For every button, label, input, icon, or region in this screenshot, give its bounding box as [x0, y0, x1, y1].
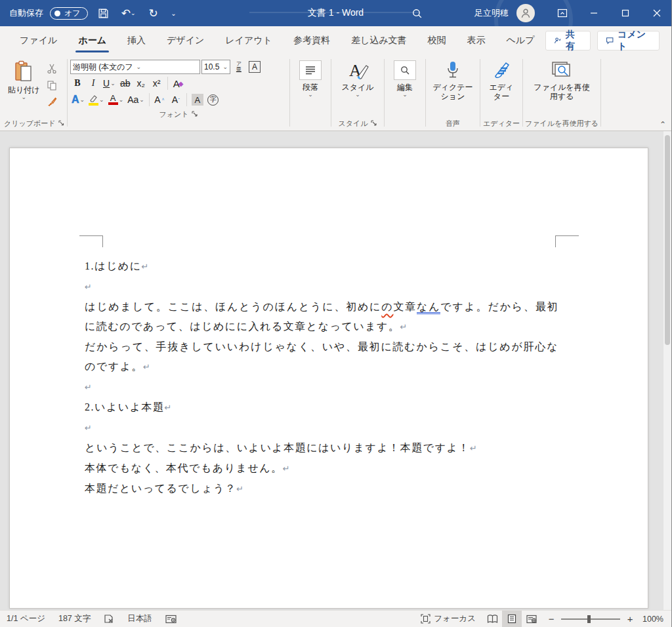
title-bar: 自動保存 オフ ↶⌄ ↻ ⌄ 文書 1 - Word 足立明穂	[0, 0, 671, 26]
font-color-button[interactable]: A⌄	[107, 92, 125, 107]
document-paragraph[interactable]: 1.はじめに↵	[85, 256, 558, 277]
document-paragraph[interactable]: だからって、手抜きしていいわけじゃなく、いや、最初に読むからこそ、はじめが肝心な…	[85, 337, 558, 377]
focus-mode-button[interactable]: フォーカス	[414, 611, 482, 627]
maximize-button[interactable]	[611, 0, 640, 26]
text-run: 文章	[393, 301, 417, 312]
editor-button[interactable]: エディター	[482, 58, 520, 104]
paste-icon	[14, 60, 33, 83]
share-button[interactable]: 共有	[545, 31, 591, 51]
strikethrough-button[interactable]: ab	[118, 76, 133, 91]
zoom-thumb[interactable]	[587, 615, 591, 623]
user-name[interactable]: 足立明穂	[474, 7, 509, 19]
tab-view[interactable]: 表示	[457, 26, 496, 55]
clear-formatting-button[interactable]: A◆	[171, 76, 186, 91]
minimize-button[interactable]	[579, 0, 608, 26]
change-case-button[interactable]: Aa⌄	[126, 92, 146, 107]
tab-file[interactable]: ファイル	[9, 26, 68, 55]
format-painter-icon[interactable]	[44, 94, 60, 109]
undo-icon[interactable]: ↶⌄	[119, 4, 138, 22]
autosave-toggle[interactable]: オフ	[50, 7, 88, 20]
close-button[interactable]	[642, 0, 671, 26]
subscript-button[interactable]: x₂	[134, 76, 148, 91]
zoom-track[interactable]	[561, 618, 620, 620]
document-paragraph[interactable]: ↵	[85, 377, 558, 397]
document-paragraph[interactable]: ↵	[85, 277, 558, 297]
proofing-status-icon[interactable]	[97, 611, 121, 627]
document-paragraph[interactable]: ということで、ここからは、いよいよ本題にはいりますよ！本題ですよ！↵	[85, 438, 558, 458]
phonetic-guide-button[interactable]: ア亜	[232, 60, 246, 74]
editing-button[interactable]: 編集 ⌄	[390, 58, 420, 100]
underline-button[interactable]: U⌄	[102, 76, 117, 91]
tab-help[interactable]: ヘルプ	[496, 26, 545, 55]
font-size-combobox[interactable]: 10.5⌄	[201, 60, 230, 74]
page-indicator[interactable]: 1/1 ページ	[0, 611, 52, 627]
styles-dialog-launcher-icon[interactable]	[371, 120, 377, 127]
paste-button[interactable]: 貼り付け ⌄	[4, 58, 44, 102]
character-shading-button[interactable]: A	[190, 92, 205, 107]
enclose-characters-button[interactable]: 字	[206, 92, 220, 107]
font-name-combobox[interactable]: 游明朝 (本文のフォント - 日本⌄	[70, 60, 200, 74]
highlight-color-button[interactable]: ⌄	[87, 92, 106, 107]
zoom-out-icon[interactable]: −	[547, 613, 556, 624]
tab-layout[interactable]: レイアウト	[215, 26, 283, 55]
microphone-icon	[446, 60, 460, 80]
grammar-underline: なん	[417, 301, 440, 314]
quick-access-more-icon[interactable]: ⌄	[169, 4, 178, 22]
zoom-in-icon[interactable]: +	[625, 613, 635, 624]
document-paragraph[interactable]: 本題だといってるでしょう？↵	[85, 479, 558, 499]
zoom-slider[interactable]: − +	[541, 613, 640, 624]
paragraph-mark: ↵	[470, 443, 477, 453]
document-paragraph[interactable]: はじめまして。ここは、ほんとうのほんとうに、初めにの文章なんですよ。だから、最初…	[85, 297, 558, 337]
print-layout-button[interactable]	[502, 611, 522, 627]
comments-button[interactable]: コメント	[597, 31, 660, 51]
superscript-button[interactable]: x²	[150, 76, 164, 91]
copy-icon[interactable]	[44, 78, 60, 92]
document-area: 1.はじめに↵↵はじめまして。ここは、ほんとうのほんとうに、初めにの文章なんです…	[0, 131, 671, 610]
font-dialog-launcher-icon[interactable]	[192, 111, 198, 117]
tab-design[interactable]: デザイン	[156, 26, 215, 55]
shrink-font-button[interactable]: Aˇ	[169, 92, 183, 107]
web-layout-button[interactable]	[522, 611, 541, 627]
tab-review[interactable]: 校閲	[417, 26, 457, 55]
scrollbar-thumb[interactable]	[665, 135, 670, 345]
text-run: 本体でもなく、本代でもありません。	[85, 462, 283, 474]
styles-button[interactable]: A スタイル ⌄	[337, 58, 377, 100]
cut-icon[interactable]	[44, 62, 60, 76]
document-page[interactable]: 1.はじめに↵↵はじめまして。ここは、ほんとうのほんとうに、初めにの文章なんです…	[9, 148, 648, 609]
paragraph-button[interactable]: 段落 ⌄	[295, 58, 326, 100]
accessibility-status-icon[interactable]	[159, 611, 183, 627]
redo-icon[interactable]: ↻	[144, 4, 163, 22]
bold-button[interactable]: B	[70, 76, 85, 91]
document-paragraph[interactable]: 2.いよいよ本題↵	[85, 397, 558, 418]
save-icon[interactable]	[94, 4, 113, 22]
reuse-files-button[interactable]: ファイルを再使用する	[529, 58, 595, 104]
document-paragraph[interactable]: ↵	[85, 418, 558, 438]
italic-button[interactable]: I	[86, 76, 100, 91]
avatar[interactable]	[516, 4, 535, 22]
chevron-down-icon: ⌄	[220, 64, 228, 70]
ribbon-display-options-icon[interactable]	[548, 0, 577, 26]
tab-insert[interactable]: 挿入	[117, 26, 156, 55]
text-effects-button[interactable]: A⌄	[70, 92, 86, 107]
collapse-ribbon-icon[interactable]: ⌃	[660, 120, 666, 129]
dictation-button[interactable]: ディクテーション	[428, 58, 478, 104]
zoom-level[interactable]: 100%	[640, 615, 671, 624]
tab-references[interactable]: 参考資料	[283, 26, 341, 55]
word-count[interactable]: 187 文字	[52, 611, 97, 627]
vertical-scrollbar[interactable]	[663, 131, 671, 610]
search-icon[interactable]	[408, 4, 426, 22]
character-border-button[interactable]: A	[247, 60, 262, 74]
tab-home[interactable]: ホーム	[68, 26, 117, 55]
text-run: 本題だといってるでしょう？	[85, 483, 236, 494]
read-mode-button[interactable]	[482, 611, 502, 627]
editor-group-label: エディター	[483, 119, 520, 129]
text-run: ということで、ここからは、いよいよ本題にはいりますよ！本題ですよ！	[85, 442, 470, 453]
clipboard-dialog-launcher-icon[interactable]	[58, 120, 64, 127]
tab-mailings[interactable]: 差し込み文書	[341, 26, 417, 55]
font-group-label: フォント	[159, 110, 188, 119]
grow-font-button[interactable]: A＾	[153, 92, 167, 107]
document-content[interactable]: 1.はじめに↵↵はじめまして。ここは、ほんとうのほんとうに、初めにの文章なんです…	[85, 256, 558, 499]
text-run: だからって、手抜きしていいわけじゃなく、いや、最初に読むからこそ、はじめが肝心な…	[85, 341, 558, 372]
document-paragraph[interactable]: 本体でもなく、本代でもありません。↵	[85, 458, 558, 479]
language-status[interactable]: 日本語	[121, 611, 159, 627]
